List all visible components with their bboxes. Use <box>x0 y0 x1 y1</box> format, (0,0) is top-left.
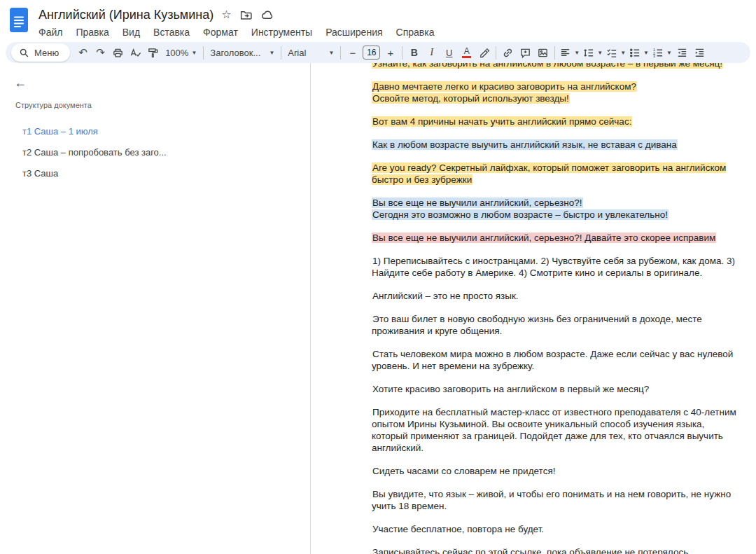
move-folder-icon[interactable] <box>239 8 253 22</box>
text-segment: Приходите на бесплатный мастер-класс от … <box>372 407 736 453</box>
document-canvas[interactable]: Узнайте, как заговорить на английском в … <box>310 63 756 554</box>
menu-item[interactable]: Вставка <box>153 25 190 39</box>
font-size-input[interactable]: 16 <box>363 46 380 60</box>
menu-item[interactable]: Правка <box>76 25 108 39</box>
numbered-list-button[interactable]: 1 2 3 ▼ <box>650 44 673 62</box>
text-segment: Узнайте, как заговорить на английском в … <box>372 63 723 69</box>
outline-item[interactable]: т3 Саша <box>14 168 280 179</box>
highlight-color-icon <box>478 47 490 59</box>
paragraph[interactable]: 1) Переписывайтесь с иностранцами. 2) Чу… <box>372 255 738 279</box>
text-segment: Записывайтесь сейчас по этой ссылке, пок… <box>372 547 692 554</box>
paragraph[interactable]: Как в любом возрасте выучить английский … <box>372 139 738 151</box>
paragraph[interactable]: Вы увидите, что язык – живой, и чтобы ег… <box>372 488 738 512</box>
star-icon[interactable]: ☆ <box>221 9 231 20</box>
text-segment: 1) Переписывайтесь с иностранцами. 2) Чу… <box>372 256 735 278</box>
paragraph[interactable]: Английский – это не просто язык. <box>372 290 738 302</box>
italic-button[interactable]: I <box>423 44 440 62</box>
line-spacing-button[interactable]: ▼ <box>581 44 604 62</box>
paragraph[interactable]: Вы все еще не выучили английский, серьез… <box>372 197 738 221</box>
toolbar-divider <box>340 46 341 60</box>
align-button[interactable]: ▼ <box>558 44 581 62</box>
outline-item[interactable]: т2 Саша – попробовать без заго... <box>14 147 280 158</box>
styles-dropdown[interactable]: Заголовок... ▼ <box>206 44 278 62</box>
text-segment: Участие бесплатное, повтора не будет. <box>372 524 545 534</box>
insert-image-icon <box>537 47 549 59</box>
paragraph[interactable]: Давно мечтаете легко и красиво заговорит… <box>372 81 738 104</box>
toolbar-divider <box>554 46 555 60</box>
menu-item[interactable]: Инструменты <box>251 25 312 39</box>
paragraph[interactable]: Сидеть часами со словарем не придется! <box>372 465 738 477</box>
paragraph[interactable]: Хотите красиво заговорить на английском … <box>372 383 738 395</box>
print-icon <box>112 47 124 59</box>
menu-item[interactable]: Вид <box>122 25 140 39</box>
chevron-down-icon: ▼ <box>666 50 672 56</box>
outline-item-label: т3 Саша <box>22 168 58 179</box>
bulleted-list-button[interactable]: ▼ <box>627 44 650 62</box>
insert-image-button[interactable] <box>534 44 552 62</box>
search-menu-button[interactable]: Меню <box>11 43 70 62</box>
increase-indent-button[interactable] <box>691 44 708 62</box>
font-dropdown[interactable]: Arial ▼ <box>284 44 337 62</box>
undo-button[interactable]: ↶ <box>74 44 92 62</box>
print-button[interactable] <box>109 44 127 62</box>
header: Английский (Ирина Кузьмина) ☆ ФайлПравка… <box>0 0 756 41</box>
menu-bar: ФайлПравкаВидВставкаФорматИнструментыРас… <box>38 25 447 39</box>
chevron-down-icon: ▼ <box>269 50 274 56</box>
zoom-dropdown[interactable]: 100% ▼ <box>162 44 200 62</box>
search-icon <box>19 48 29 58</box>
close-outline-button[interactable]: ← <box>14 74 31 91</box>
add-comment-button[interactable] <box>517 44 534 62</box>
redo-button[interactable]: ↷ <box>92 44 109 62</box>
text-color-glyph: A <box>464 47 470 55</box>
title-row: Английский (Ирина Кузьмина) ☆ <box>38 6 447 23</box>
chevron-down-icon: ▼ <box>597 50 603 56</box>
styles-value: Заголовок... <box>210 48 260 58</box>
paragraph[interactable]: Стать человеком мира можно в любом возра… <box>372 348 738 372</box>
paragraph[interactable]: Это ваш билет в новую свободную жизнь бе… <box>372 313 738 337</box>
paragraph[interactable]: Вы все еще не выучили английский, серьез… <box>372 232 738 244</box>
add-comment-icon <box>519 47 531 59</box>
underline-button[interactable]: U <box>440 44 458 62</box>
bold-button[interactable]: B <box>405 44 423 62</box>
document-title[interactable]: Английский (Ирина Кузьмина) <box>38 8 214 22</box>
paragraph[interactable]: Приходите на бесплатный мастер-класс от … <box>372 406 738 454</box>
menu-item[interactable]: Формат <box>203 25 238 39</box>
spelling-check-button[interactable] <box>127 44 144 62</box>
font-value: Arial <box>288 48 306 58</box>
decrease-indent-button[interactable] <box>673 44 691 62</box>
insert-link-button[interactable] <box>499 44 517 62</box>
document-content: Узнайте, как заговорить на английском в … <box>372 63 738 554</box>
body-row: ← Структура документа –т1 Саша – 1 июлят… <box>0 63 756 554</box>
paragraph[interactable]: Узнайте, как заговорить на английском в … <box>372 63 738 69</box>
highlight-color-button[interactable] <box>475 44 493 62</box>
google-docs-logo-icon[interactable] <box>9 7 29 33</box>
text-segment: Стать человеком мира можно в любом возра… <box>372 349 733 371</box>
paragraph[interactable]: Записывайтесь сейчас по этой ссылке, пок… <box>372 546 738 554</box>
underline-glyph: U <box>446 48 452 58</box>
text-segment: Сегодня это возможно в любом возрасте – … <box>372 209 668 220</box>
paint-format-icon <box>147 47 159 59</box>
toolbar-divider <box>281 46 281 60</box>
toolbar: Меню ↶ ↷ 100% ▼ Заголовок... ▼ <box>6 42 750 63</box>
text-segment: Вы все еще не выучили английский, серьез… <box>372 233 716 243</box>
menu-item[interactable]: Файл <box>38 25 62 39</box>
text-segment: Это ваш билет в новую свободную жизнь бе… <box>372 314 702 336</box>
text-segment: Вы увидите, что язык – живой, и чтобы ег… <box>372 489 731 511</box>
text-segment: Вот вам 4 причины начать учить английски… <box>372 116 632 127</box>
checklist-button[interactable]: ▼ <box>604 44 627 62</box>
paint-format-button[interactable] <box>144 44 162 62</box>
zoom-value: 100% <box>165 48 188 58</box>
header-main: Английский (Ирина Кузьмина) ☆ ФайлПравка… <box>38 6 447 39</box>
decrease-font-size-button[interactable]: − <box>344 44 361 62</box>
paragraph[interactable]: Are you ready? Секретный лайфхак, которы… <box>372 162 738 186</box>
outline-item[interactable]: –т1 Саша – 1 июля <box>14 126 280 137</box>
text-color-button[interactable]: A <box>458 44 475 62</box>
paragraph[interactable]: Вот вам 4 причины начать учить английски… <box>372 116 738 127</box>
paragraph[interactable]: Участие бесплатное, повтора не будет. <box>372 523 738 535</box>
menu-item[interactable]: Расширения <box>326 25 382 39</box>
outline-item-label: т2 Саша – попробовать без заго... <box>22 147 167 158</box>
text-segment: Английский – это не просто язык. <box>372 291 519 301</box>
text-color-bar <box>462 56 471 58</box>
menu-item[interactable]: Справка <box>396 25 435 39</box>
increase-font-size-button[interactable]: + <box>382 44 399 62</box>
